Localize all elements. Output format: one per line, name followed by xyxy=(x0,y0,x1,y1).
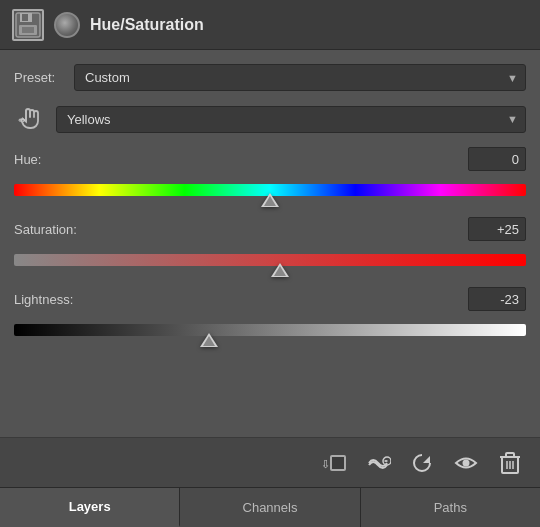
saturation-slider-header: Saturation: xyxy=(14,217,526,241)
tab-channels[interactable]: Channels xyxy=(180,488,360,527)
lightness-value[interactable] xyxy=(468,287,526,311)
floppy-icon xyxy=(12,9,44,41)
lightness-track xyxy=(14,324,526,336)
svg-rect-7 xyxy=(331,456,345,470)
hue-slider-header: Hue: xyxy=(14,147,526,171)
svg-rect-4 xyxy=(22,27,34,33)
panel-title: Hue/Saturation xyxy=(90,16,204,34)
svg-rect-13 xyxy=(506,453,514,457)
hue-track-wrapper[interactable] xyxy=(14,175,526,205)
reset-button[interactable] xyxy=(406,447,438,479)
lightness-slider-row: Lightness: xyxy=(14,287,526,345)
saturation-track xyxy=(14,254,526,266)
panel-content: Preset: Custom Default Strong Saturation… xyxy=(0,50,540,437)
svg-text:⇔: ⇔ xyxy=(18,115,26,125)
channel-row: ⇔ Master Reds Yellows Greens Cyans Blues… xyxy=(14,103,526,135)
saturation-thumb[interactable] xyxy=(271,263,289,277)
svg-rect-2 xyxy=(22,14,28,21)
svg-text:⇩: ⇩ xyxy=(321,458,330,470)
saturation-label: Saturation: xyxy=(14,222,77,237)
circle-icon xyxy=(54,12,80,38)
channel-select[interactable]: Master Reds Yellows Greens Cyans Blues M… xyxy=(56,106,526,133)
preset-label: Preset: xyxy=(14,70,64,85)
svg-marker-9 xyxy=(423,456,430,463)
hue-label: Hue: xyxy=(14,152,41,167)
saturation-value[interactable] xyxy=(468,217,526,241)
lightness-thumb[interactable] xyxy=(200,333,218,347)
clip-mask-button[interactable]: ⇩ xyxy=(318,447,350,479)
preset-select[interactable]: Custom Default Strong Saturation Sepia xyxy=(74,64,526,91)
channel-select-wrapper: Master Reds Yellows Greens Cyans Blues M… xyxy=(56,106,526,133)
visibility-button[interactable] xyxy=(450,447,482,479)
lightness-slider-header: Lightness: xyxy=(14,287,526,311)
link-visibility-button[interactable] xyxy=(362,447,394,479)
tab-paths[interactable]: Paths xyxy=(361,488,540,527)
preset-select-wrapper: Custom Default Strong Saturation Sepia ▼ xyxy=(74,64,526,91)
hue-thumb[interactable] xyxy=(261,193,279,207)
panel: Hue/Saturation Preset: Custom Default St… xyxy=(0,0,540,527)
hue-slider-row: Hue: xyxy=(14,147,526,205)
panel-toolbar: ⇩ xyxy=(0,437,540,487)
panel-tabs: Layers Channels Paths xyxy=(0,487,540,527)
preset-row: Preset: Custom Default Strong Saturation… xyxy=(14,64,526,91)
lightness-track-wrapper[interactable] xyxy=(14,315,526,345)
delete-button[interactable] xyxy=(494,447,526,479)
svg-point-10 xyxy=(463,459,470,466)
lightness-label: Lightness: xyxy=(14,292,73,307)
hand-icon: ⇔ xyxy=(14,103,46,135)
panel-header: Hue/Saturation xyxy=(0,0,540,50)
saturation-track-wrapper[interactable] xyxy=(14,245,526,275)
tab-layers[interactable]: Layers xyxy=(0,488,180,527)
hue-value[interactable] xyxy=(468,147,526,171)
saturation-slider-row: Saturation: xyxy=(14,217,526,275)
